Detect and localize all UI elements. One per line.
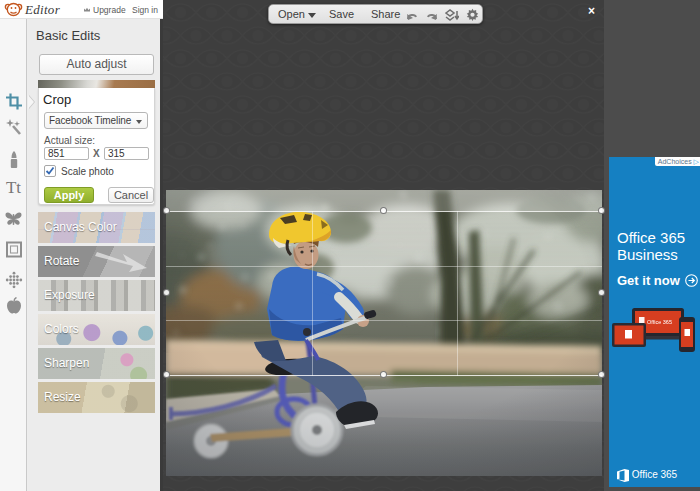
svg-text:Office 365: Office 365	[647, 319, 672, 325]
